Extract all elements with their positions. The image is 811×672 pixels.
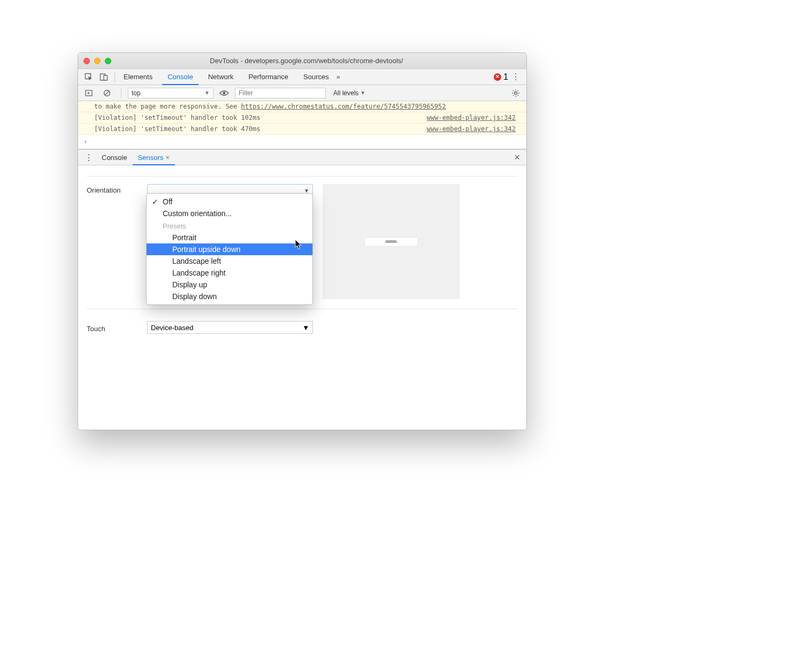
- svg-line-13: [518, 95, 518, 95]
- dropdown-option-landscape-left[interactable]: Landscape left: [147, 255, 312, 267]
- close-drawer-icon[interactable]: ×: [511, 152, 523, 163]
- clear-console-icon[interactable]: [100, 86, 114, 101]
- orientation-preview: [323, 184, 460, 299]
- tab-console[interactable]: Console: [162, 69, 198, 85]
- source-link[interactable]: www-embed-player.js:342: [427, 125, 516, 133]
- main-tab-bar: Elements Console Network Performance Sou…: [78, 69, 526, 85]
- log-level-selector[interactable]: All levels ▼: [333, 89, 365, 97]
- orientation-dropdown: Off Custom orientation... Presets Portra…: [146, 193, 313, 305]
- error-icon: ✕: [494, 73, 501, 81]
- separator: [87, 176, 518, 177]
- live-expression-icon[interactable]: [217, 86, 232, 101]
- separator: [114, 72, 115, 82]
- device-handle[interactable]: [364, 237, 418, 247]
- console-toolbar: top ▼ Filter All levels ▼: [78, 85, 526, 101]
- console-output: to make the page more responsive. See ht…: [78, 101, 526, 149]
- device-toolbar-icon[interactable]: [96, 70, 111, 85]
- dropdown-presets-header: Presets: [147, 220, 312, 232]
- svg-line-14: [513, 95, 514, 95]
- svg-rect-2: [104, 75, 108, 80]
- separator: [87, 309, 518, 309]
- console-link[interactable]: https://www.chromestatus.com/feature/574…: [241, 103, 446, 110]
- tab-elements[interactable]: Elements: [118, 69, 158, 85]
- svg-line-5: [105, 91, 109, 95]
- error-count-badge[interactable]: ✕ 1: [494, 72, 508, 82]
- svg-line-12: [513, 90, 514, 91]
- dropdown-option-portrait[interactable]: Portrait: [147, 232, 312, 243]
- cursor-icon: [295, 239, 302, 250]
- console-message: [Violation] 'setTimeout' handler took 47…: [78, 124, 526, 135]
- drawer-tab-console[interactable]: Console: [96, 149, 133, 165]
- chevron-down-icon: ▼: [360, 90, 365, 96]
- context-value: top: [132, 89, 141, 97]
- svg-line-15: [518, 90, 518, 91]
- dropdown-option-landscape-right[interactable]: Landscape right: [147, 267, 312, 279]
- drawer-tab-bar: ⋮ Console Sensors × ×: [78, 149, 526, 165]
- execution-context-selector[interactable]: top ▼: [128, 88, 213, 98]
- settings-menu-button[interactable]: ⋮: [508, 72, 523, 82]
- window-title: DevTools - developers.google.com/web/too…: [92, 57, 521, 65]
- titlebar: DevTools - developers.google.com/web/too…: [78, 53, 526, 69]
- console-settings-icon[interactable]: [508, 86, 523, 101]
- console-message: to make the page more responsive. See ht…: [78, 101, 526, 112]
- orientation-label: Orientation: [87, 184, 137, 194]
- filter-placeholder: Filter: [239, 89, 253, 97]
- dropdown-option-off[interactable]: Off: [147, 196, 312, 208]
- dropdown-option-display-down[interactable]: Display down: [147, 291, 312, 302]
- more-tabs-button[interactable]: »: [334, 73, 342, 81]
- svg-point-6: [223, 91, 226, 94]
- dropdown-option-display-up[interactable]: Display up: [147, 279, 312, 291]
- dropdown-option-custom[interactable]: Custom orientation...: [147, 208, 312, 219]
- console-prompt[interactable]: ›: [78, 135, 526, 149]
- tab-sources[interactable]: Sources: [298, 69, 334, 85]
- close-tab-icon[interactable]: ×: [165, 154, 170, 162]
- svg-point-7: [515, 91, 517, 94]
- console-message: [Violation] 'setTimeout' handler took 10…: [78, 112, 526, 124]
- main-tabs: Elements Console Network Performance Sou…: [118, 69, 334, 85]
- tab-performance[interactable]: Performance: [243, 69, 294, 85]
- error-count: 1: [503, 72, 508, 82]
- touch-label: Touch: [87, 323, 137, 333]
- tab-network[interactable]: Network: [203, 69, 239, 85]
- dropdown-option-portrait-upside-down[interactable]: Portrait upside down: [147, 243, 312, 255]
- chevron-down-icon: ▼: [302, 324, 309, 332]
- separator: [121, 88, 121, 98]
- inspect-element-icon[interactable]: [81, 70, 96, 85]
- sensors-panel: Orientation ▼ Touch Device-based ▼ Off C…: [78, 165, 526, 430]
- chevron-down-icon: ▼: [204, 90, 210, 96]
- touch-select[interactable]: Device-based ▼: [147, 321, 313, 334]
- drawer-menu-button[interactable]: ⋮: [81, 152, 96, 163]
- chevron-down-icon: ▼: [304, 188, 309, 194]
- source-link[interactable]: www-embed-player.js:342: [427, 114, 516, 121]
- devtools-window: DevTools - developers.google.com/web/too…: [78, 52, 527, 430]
- console-sidebar-toggle-icon[interactable]: [81, 86, 96, 101]
- close-window-button[interactable]: [83, 58, 90, 64]
- filter-input[interactable]: Filter: [235, 88, 326, 98]
- drawer-tab-sensors[interactable]: Sensors ×: [133, 149, 175, 165]
